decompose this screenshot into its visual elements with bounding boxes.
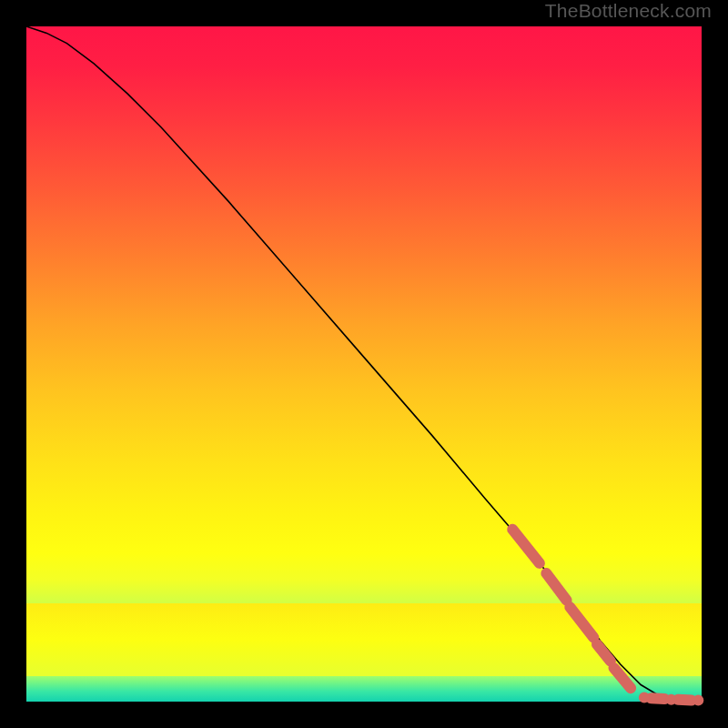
dash-short-segment [678,700,692,701]
plot-area [26,26,702,702]
dash-dot [639,693,650,703]
chart-stage: TheBottleneck.com [0,0,728,728]
attribution-text: TheBottleneck.com [545,0,712,22]
curve-svg [26,26,702,702]
dash-short-segment [651,698,664,699]
curve-line [26,26,702,701]
dash-overlay [512,530,703,706]
dash-segment [614,668,632,688]
dash-dot [666,694,677,705]
dash-segment [546,573,566,601]
dash-dot [693,695,703,706]
dash-segment [512,530,540,563]
dash-segment [570,607,593,637]
dash-segment [597,644,611,662]
